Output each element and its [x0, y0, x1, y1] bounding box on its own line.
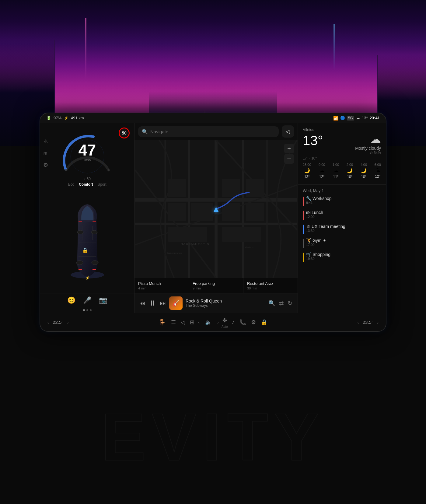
repeat-button[interactable]: ↻: [288, 299, 293, 307]
cal-event-gym: 🏋 Gym ✈ 17:00: [303, 238, 381, 248]
mode-eco[interactable]: Eco: [68, 182, 74, 187]
range-icon: ⚡: [64, 116, 68, 120]
clock: 23:41: [370, 116, 380, 120]
brand-text: EVITY: [101, 399, 325, 476]
car-svg: 🔒 ⚡: [65, 196, 110, 287]
temp-status: 13°: [362, 116, 368, 120]
event-bar-1: [303, 197, 304, 206]
left-temp-down[interactable]: ‹: [46, 319, 50, 326]
search-input-container[interactable]: 🔍: [138, 126, 279, 137]
event-time-2: 12:00: [306, 215, 323, 219]
seat-icon[interactable]: 🪑: [156, 317, 169, 327]
svg-rect-10: [79, 269, 82, 270]
hour-item-5: 6:00 🌤 12°: [375, 163, 381, 179]
track-title: Rock & Roll Queen: [186, 299, 265, 303]
hourly-forecast: 23:00 🌙 13° 0:00 ☁ 12° 1:00 ☁ 11°: [303, 163, 381, 180]
volume-up[interactable]: ›: [216, 319, 220, 326]
weather-section: Vilnius 13° ☁ Mostly cloudy ⊙ 64% 17° · …: [298, 123, 386, 185]
mode-comfort[interactable]: Comfort: [79, 182, 93, 187]
svg-rect-33: [246, 203, 264, 221]
battery-percent: 97%: [54, 116, 61, 120]
next-button[interactable]: ⏭: [160, 300, 166, 307]
range-value: 491 km: [71, 116, 84, 120]
weather-range: 17° · 10°: [303, 156, 381, 160]
svg-rect-9: [93, 221, 96, 222]
navigate-input[interactable]: [150, 129, 275, 134]
fan2-icon[interactable]: ✤: [220, 316, 229, 325]
album-art: 🎸: [169, 296, 183, 310]
volume-down[interactable]: ‹: [197, 319, 201, 326]
navigate-button[interactable]: ◁: [282, 125, 294, 138]
poi-name-1: Pizza Munch: [138, 281, 185, 286]
emoji-icon[interactable]: 😊: [67, 296, 75, 304]
music-search-button[interactable]: 🔍: [268, 300, 275, 306]
nav-sys-icon[interactable]: ◁: [178, 318, 187, 327]
pagination-dots: [40, 307, 134, 313]
svg-rect-34: [222, 179, 240, 197]
svg-rect-8: [79, 221, 82, 222]
mode-sport[interactable]: Sport: [98, 182, 106, 187]
fan-icon[interactable]: ☰: [169, 318, 178, 327]
bottom-media: 😊 🎤 📷: [40, 293, 134, 307]
hour-item-3: 2:00 🌙 10°: [347, 163, 353, 179]
search-bar: 🔍 ◁: [134, 123, 298, 140]
weather-main: 13° ☁ Mostly cloudy ⊙ 64%: [303, 133, 381, 155]
right-temp-value: 23.5°: [362, 320, 374, 325]
left-temp-section: ‹ 22.5° ›: [46, 319, 70, 326]
svg-point-0: [65, 169, 67, 171]
shuffle-button[interactable]: ⇄: [279, 299, 284, 307]
hour-item-0: 23:00 🌙 13°: [303, 163, 311, 179]
lock-icon[interactable]: 🔒: [258, 318, 270, 327]
system-bar: ‹ 22.5° › 🪑 ☰ ◁ ⊞ ‹ 🔈 › ✤ Auto ♪ 📞 ⚙: [40, 313, 386, 331]
settings-sys-icon[interactable]: ⚙: [249, 318, 258, 327]
prev-button[interactable]: ⏮: [139, 300, 145, 307]
settings-icon[interactable]: ⚙: [43, 162, 48, 168]
music-extra-controls: 🔍 ⇄ ↻: [268, 299, 293, 307]
apps-icon[interactable]: ⊞: [187, 318, 197, 327]
right-temp-down[interactable]: ‹: [356, 319, 360, 326]
weather-temperature: 13°: [303, 133, 323, 148]
headlights-icon[interactable]: ≋: [43, 150, 48, 156]
music-bar: ⏮ ⏸ ⏭ 🎸 Rock & Roll Queen The Subways 🔍 …: [134, 293, 298, 313]
volume-icon[interactable]: 🔈: [203, 318, 214, 327]
drive-mode-row: Eco Comfort Sport: [68, 182, 106, 187]
cal-event-workshop: 🔧 Workshop 9:41: [303, 196, 381, 206]
poi-time-3: 30 min: [247, 286, 294, 290]
dot-3: [90, 309, 92, 311]
poi-card-2[interactable]: Free parking 9 min: [189, 278, 243, 293]
dashboard-tablet: 🔋 97% ⚡ 491 km 📶 🔵 5G ☁ 13° 23:41 50: [40, 113, 386, 332]
zoom-in-button[interactable]: +: [284, 144, 294, 153]
camera-icon[interactable]: 📷: [99, 296, 107, 304]
phone-icon[interactable]: 📞: [237, 318, 249, 327]
music-sys-icon[interactable]: ♪: [229, 318, 237, 327]
pause-button[interactable]: ⏸: [149, 299, 156, 307]
calendar-date: Wed, May 1: [303, 188, 381, 193]
search-icon: 🔍: [142, 129, 148, 135]
hour-item-1: 0:00 ☁ 12°: [319, 163, 325, 179]
calendar-section: Wed, May 1 🔧 Workshop 9:41 🍽 Lunch 12:00: [298, 185, 386, 313]
auto-label: Auto: [222, 325, 228, 328]
poi-card-1[interactable]: Pizza Munch 4 min: [134, 278, 189, 293]
poi-card-3[interactable]: Restorant Arax 30 min: [243, 278, 298, 293]
map-car-marker: ▲: [212, 204, 220, 214]
svg-rect-30: [190, 203, 213, 221]
dot-1: [83, 309, 85, 311]
zoom-out-button[interactable]: −: [284, 154, 294, 164]
event-time-3: 13:30: [306, 229, 345, 233]
poi-time-1: 4 min: [138, 286, 185, 290]
map-area[interactable]: NAUJAMIESTIS Muzikos Karo muziejus + − ▲: [134, 140, 298, 278]
weather-description: ☁ Mostly cloudy ⊙ 64%: [355, 133, 381, 155]
svg-text:🔒: 🔒: [82, 247, 88, 253]
event-name-5: 🛒 Shopping: [306, 252, 330, 257]
mic-icon[interactable]: 🎤: [83, 296, 91, 304]
right-panel: Vilnius 13° ☁ Mostly cloudy ⊙ 64% 17° · …: [298, 123, 386, 313]
left-temp-up[interactable]: ›: [66, 319, 70, 326]
speed-display: 47: [79, 142, 96, 158]
svg-rect-11: [93, 269, 96, 270]
event-name-2: 🍽 Lunch: [306, 210, 323, 215]
signal-badge: 5G: [347, 116, 354, 121]
warning-icon[interactable]: ⚠: [43, 138, 48, 145]
svg-text:Karo muziejus: Karo muziejus: [166, 252, 182, 254]
right-temp-up[interactable]: ›: [376, 319, 380, 326]
svg-point-1: [108, 169, 110, 171]
